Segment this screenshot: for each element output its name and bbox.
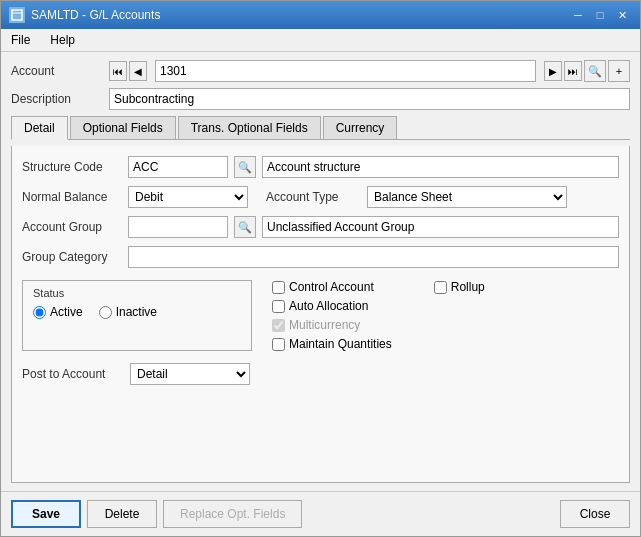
- normal-balance-account-type-row: Normal Balance Debit Credit Account Type…: [22, 186, 619, 208]
- account-group-row: Account Group 🔍: [22, 216, 619, 238]
- account-input[interactable]: [155, 60, 536, 82]
- auto-allocation-label[interactable]: Auto Allocation: [272, 299, 368, 313]
- control-account-label[interactable]: Control Account: [272, 280, 374, 294]
- tab-content-detail: Structure Code 🔍 Normal Balance Debit Cr…: [11, 146, 630, 483]
- window-icon: [9, 7, 25, 23]
- group-category-label: Group Category: [22, 250, 122, 264]
- structure-code-lookup-button[interactable]: 🔍: [234, 156, 256, 178]
- save-button[interactable]: Save: [11, 500, 81, 528]
- post-to-account-row: Post to Account Detail Summary: [22, 363, 619, 385]
- account-row: Account ⏮ ◀ ▶ ⏭ 🔍 +: [11, 60, 630, 82]
- menu-bar: File Help: [1, 29, 640, 52]
- group-category-input[interactable]: [128, 246, 619, 268]
- delete-button[interactable]: Delete: [87, 500, 157, 528]
- maintain-quantities-checkbox[interactable]: [272, 338, 285, 351]
- account-add-button[interactable]: +: [608, 60, 630, 82]
- menu-file[interactable]: File: [7, 31, 34, 49]
- auto-allocation-checkbox[interactable]: [272, 300, 285, 313]
- multicurrency-checkbox[interactable]: [272, 319, 285, 332]
- tab-trans-optional-fields[interactable]: Trans. Optional Fields: [178, 116, 321, 139]
- main-window: SAMLTD - G/L Accounts ─ □ ✕ File Help Ac…: [0, 0, 641, 537]
- post-to-account-select[interactable]: Detail Summary: [130, 363, 250, 385]
- account-type-select[interactable]: Balance Sheet Income Statement: [367, 186, 567, 208]
- control-account-checkbox[interactable]: [272, 281, 285, 294]
- window-close-button[interactable]: ✕: [612, 6, 632, 24]
- account-next-button[interactable]: ▶: [544, 61, 562, 81]
- svg-rect-0: [12, 10, 22, 20]
- status-inactive-label[interactable]: Inactive: [99, 305, 157, 319]
- checkboxes-section: Control Account Rollup Auto Allocation: [268, 280, 485, 351]
- post-to-account-label: Post to Account: [22, 367, 122, 381]
- checkbox-row-4: Maintain Quantities: [272, 337, 485, 351]
- tab-optional-fields[interactable]: Optional Fields: [70, 116, 176, 139]
- account-search-button[interactable]: 🔍: [584, 60, 606, 82]
- checkbox-row-1: Control Account Rollup: [272, 280, 485, 294]
- replace-opt-fields-button[interactable]: Replace Opt. Fields: [163, 500, 302, 528]
- account-nav-controls-right: ▶ ⏭ 🔍 +: [544, 60, 630, 82]
- account-first-button[interactable]: ⏮: [109, 61, 127, 81]
- maximize-button[interactable]: □: [590, 6, 610, 24]
- checkbox-row-3: Multicurrency: [272, 318, 485, 332]
- description-row: Description: [11, 88, 630, 110]
- title-bar: SAMLTD - G/L Accounts ─ □ ✕: [1, 1, 640, 29]
- title-controls: ─ □ ✕: [568, 6, 632, 24]
- rollup-checkbox[interactable]: [434, 281, 447, 294]
- status-box: Status Active Inactive: [22, 280, 252, 351]
- maintain-quantities-label[interactable]: Maintain Quantities: [272, 337, 392, 351]
- account-nav-controls: ⏮ ◀: [109, 61, 147, 81]
- account-group-desc-input[interactable]: [262, 216, 619, 238]
- status-radio-row: Active Inactive: [33, 305, 241, 319]
- normal-balance-label: Normal Balance: [22, 190, 122, 204]
- normal-balance-select[interactable]: Debit Credit: [128, 186, 248, 208]
- status-active-radio[interactable]: [33, 306, 46, 319]
- description-label: Description: [11, 92, 101, 106]
- description-input[interactable]: [109, 88, 630, 110]
- status-active-label[interactable]: Active: [33, 305, 83, 319]
- status-checkboxes-row: Status Active Inactive: [22, 280, 619, 351]
- account-type-label: Account Type: [266, 190, 361, 204]
- rollup-label[interactable]: Rollup: [434, 280, 485, 294]
- multicurrency-label[interactable]: Multicurrency: [272, 318, 360, 332]
- account-label: Account: [11, 64, 101, 78]
- close-button[interactable]: Close: [560, 500, 630, 528]
- bottom-bar: Save Delete Replace Opt. Fields Close: [1, 491, 640, 536]
- structure-code-desc-input[interactable]: [262, 156, 619, 178]
- account-group-input[interactable]: [128, 216, 228, 238]
- group-category-row: Group Category: [22, 246, 619, 268]
- account-prev-button[interactable]: ◀: [129, 61, 147, 81]
- structure-code-label: Structure Code: [22, 160, 122, 174]
- tab-currency[interactable]: Currency: [323, 116, 398, 139]
- tabs: Detail Optional Fields Trans. Optional F…: [11, 116, 630, 140]
- title-bar-left: SAMLTD - G/L Accounts: [9, 7, 160, 23]
- menu-help[interactable]: Help: [46, 31, 79, 49]
- account-group-label: Account Group: [22, 220, 122, 234]
- structure-code-row: Structure Code 🔍: [22, 156, 619, 178]
- account-group-lookup-button[interactable]: 🔍: [234, 216, 256, 238]
- content-area: Account ⏮ ◀ ▶ ⏭ 🔍 + Description Detail O…: [1, 52, 640, 491]
- minimize-button[interactable]: ─: [568, 6, 588, 24]
- tab-detail[interactable]: Detail: [11, 116, 68, 140]
- account-last-button[interactable]: ⏭: [564, 61, 582, 81]
- status-inactive-radio[interactable]: [99, 306, 112, 319]
- window-title: SAMLTD - G/L Accounts: [31, 8, 160, 22]
- structure-code-input[interactable]: [128, 156, 228, 178]
- checkbox-row-2: Auto Allocation: [272, 299, 485, 313]
- status-title: Status: [33, 287, 241, 299]
